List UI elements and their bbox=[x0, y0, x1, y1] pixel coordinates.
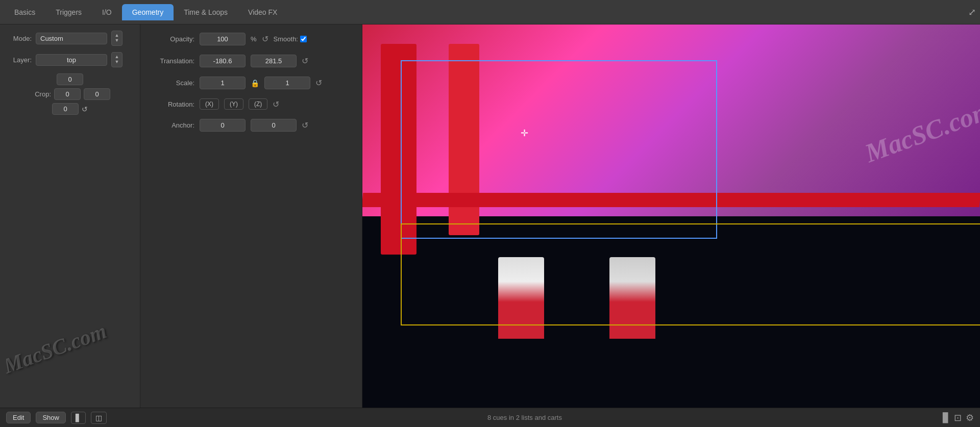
bottom-right-icons: ▊ ⊡ ⚙ bbox=[943, 412, 974, 423]
anchor-label: Anchor: bbox=[149, 121, 194, 129]
opacity-label: Opacity: bbox=[149, 35, 194, 43]
crop-bottom-input[interactable] bbox=[52, 103, 79, 115]
rotation-row: Rotation: (X) (Y) (Z) ↺ bbox=[149, 98, 354, 110]
left-watermark-area: MacSC.com bbox=[6, 121, 134, 401]
rotation-z-button[interactable]: (Z) bbox=[249, 98, 267, 110]
translation-x-input[interactable] bbox=[200, 55, 246, 67]
mode-label: Mode: bbox=[6, 35, 32, 42]
tab-basics[interactable]: Basics bbox=[4, 4, 45, 20]
crop-left-input[interactable] bbox=[54, 88, 81, 100]
left-watermark: MacSC.com bbox=[6, 318, 110, 378]
crop-mid-row: Crop: bbox=[30, 88, 110, 100]
center-panel: Opacity: % ↺ Smooth: Translation: ↺ Scal… bbox=[140, 24, 362, 408]
main-content: Mode: Custom ▲ ▼ Layer: ▲ ▼ bbox=[0, 24, 980, 408]
tab-io[interactable]: I/O bbox=[92, 4, 122, 20]
lock-icon: 🔒 bbox=[251, 79, 259, 87]
tab-time-loops[interactable]: Time & Loops bbox=[174, 4, 238, 20]
video-bottom bbox=[362, 216, 980, 408]
bottom-layout1-icon[interactable]: ▊ bbox=[943, 412, 950, 423]
left-panel: Mode: Custom ▲ ▼ Layer: ▲ ▼ bbox=[0, 24, 140, 408]
figure-right bbox=[609, 257, 655, 339]
opacity-input[interactable] bbox=[200, 33, 246, 45]
crop-bottom-row: ↺ bbox=[52, 103, 88, 115]
video-preview: ✛ MacSC.com bbox=[362, 24, 980, 408]
tab-video-fx[interactable]: Video FX bbox=[238, 4, 287, 20]
crop-section: Crop: ↺ bbox=[6, 73, 134, 115]
translation-y-input[interactable] bbox=[251, 55, 297, 67]
tab-geometry[interactable]: Geometry bbox=[122, 4, 174, 20]
bottom-bar: Edit Show ▋ ◫ 8 cues in 2 lists and cart… bbox=[0, 408, 980, 427]
red-bar-horizontal bbox=[362, 193, 980, 207]
scale-row: Scale: 🔒 ↺ bbox=[149, 77, 354, 89]
crop-top-input[interactable] bbox=[57, 73, 83, 85]
opacity-reset-button[interactable]: ↺ bbox=[262, 34, 268, 44]
crop-label: Crop: bbox=[30, 90, 51, 98]
crop-reset-button[interactable]: ↺ bbox=[82, 105, 88, 113]
rotation-label: Rotation: bbox=[149, 101, 194, 108]
opacity-unit: % bbox=[251, 35, 257, 43]
layout-btn-1[interactable]: ▋ bbox=[71, 412, 86, 424]
layer-row: Layer: ▲ ▼ bbox=[6, 52, 134, 67]
mode-select[interactable]: Custom bbox=[36, 33, 107, 44]
mode-stepper[interactable]: ▲ ▼ bbox=[111, 31, 122, 46]
mode-select-wrapper: Custom bbox=[36, 33, 107, 44]
mode-row: Mode: Custom ▲ ▼ bbox=[6, 31, 134, 46]
rotation-reset-button[interactable]: ↺ bbox=[273, 99, 279, 109]
translation-row: Translation: ↺ bbox=[149, 55, 354, 67]
smooth-label: Smooth: bbox=[274, 35, 298, 43]
translation-label: Translation: bbox=[149, 57, 194, 65]
red-panel-left bbox=[381, 44, 416, 255]
scale-x-input[interactable] bbox=[200, 77, 246, 89]
smooth-checkbox[interactable] bbox=[300, 36, 307, 42]
anchor-y-input[interactable] bbox=[251, 119, 297, 132]
opacity-row: Opacity: % ↺ Smooth: bbox=[149, 33, 354, 45]
anchor-x-input[interactable] bbox=[200, 119, 246, 132]
layer-label: Layer: bbox=[6, 56, 32, 64]
edit-button[interactable]: Edit bbox=[6, 412, 31, 423]
status-text: 8 cues in 2 lists and carts bbox=[112, 414, 938, 421]
settings-icon[interactable]: ⚙ bbox=[966, 412, 974, 423]
expand-icon[interactable]: ⤢ bbox=[968, 7, 976, 18]
scale-label: Scale: bbox=[149, 79, 194, 87]
layer-input[interactable] bbox=[36, 54, 107, 66]
preview-area: ✛ MacSC.com bbox=[362, 24, 980, 408]
translation-reset-button[interactable]: ↺ bbox=[302, 56, 308, 66]
rotation-y-button[interactable]: (Y) bbox=[224, 98, 243, 110]
rotation-x-button[interactable]: (X) bbox=[200, 98, 219, 110]
anchor-reset-button[interactable]: ↺ bbox=[302, 120, 308, 130]
show-button[interactable]: Show bbox=[36, 412, 66, 423]
layer-stepper[interactable]: ▲ ▼ bbox=[111, 52, 122, 67]
tab-triggers[interactable]: Triggers bbox=[45, 4, 92, 20]
bottom-layout2-icon[interactable]: ⊡ bbox=[954, 412, 962, 423]
anchor-row: Anchor: ↺ bbox=[149, 119, 354, 132]
scale-reset-button[interactable]: ↺ bbox=[315, 78, 322, 88]
layout-btn-2[interactable]: ◫ bbox=[91, 412, 107, 424]
crop-top-row bbox=[57, 73, 83, 85]
smooth-check-wrapper: Smooth: bbox=[274, 35, 307, 43]
tab-bar: Basics Triggers I/O Geometry Time & Loop… bbox=[0, 0, 980, 24]
crop-right-input[interactable] bbox=[84, 88, 110, 100]
scale-y-input[interactable] bbox=[264, 77, 310, 89]
figure-left bbox=[498, 257, 544, 339]
